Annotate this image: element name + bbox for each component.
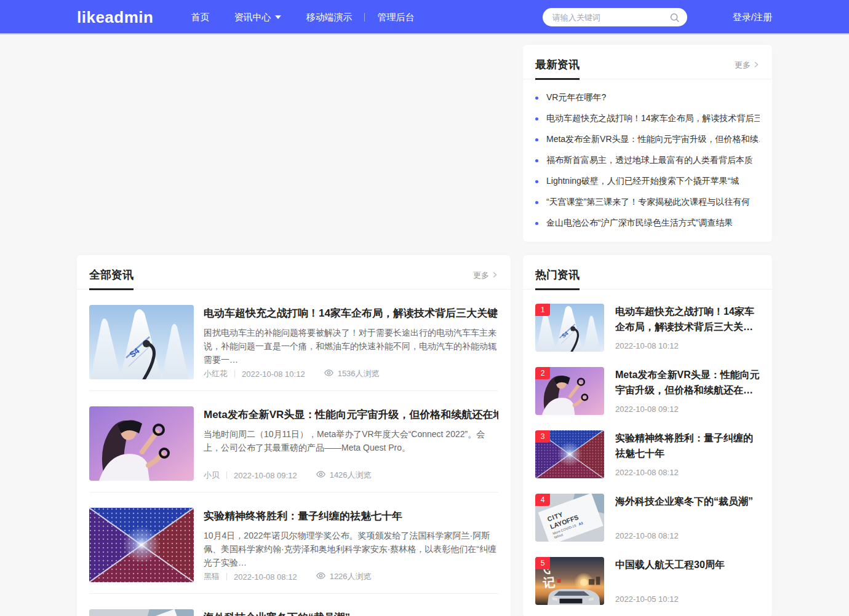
article-author: 小贝 — [204, 470, 220, 481]
hot-news-list: S4 1 电动车超快充之战打响！14家车企布局，解读技术背后三大关键点 2022… — [523, 304, 772, 616]
topbar-inner: likeadmin 首页 资讯中心 移动端演示 管理后台 登录/注册 — [77, 0, 772, 34]
bullet-dot-icon — [535, 159, 538, 162]
latest-news-more-link[interactable]: 更多 — [735, 60, 760, 71]
hot-news-thumbnail: 2 — [535, 367, 604, 415]
bullet-dot-icon — [535, 201, 538, 204]
top-navigation-bar: likeadmin 首页 资讯中心 移动端演示 管理后台 登录/注册 — [0, 0, 849, 34]
article-item[interactable]: Meta发布全新VR头显：性能向元宇宙升级，但价格和续航还在地球 当地时间周二（… — [89, 391, 498, 492]
rank-badge: 3 — [535, 430, 550, 443]
search-input[interactable] — [551, 12, 669, 23]
all-news-more-link[interactable]: 更多 — [473, 270, 498, 281]
hot-news-item-title: Meta发布全新VR头显：性能向元宇宙升级，但价格和续航还在地球 — [615, 367, 760, 398]
bullet-dot-icon — [535, 117, 538, 120]
meta-divider — [226, 573, 227, 580]
hot-news-panel-head: 热门资讯 — [523, 255, 772, 290]
article-views: 1536人浏览 — [324, 368, 380, 379]
more-label: 更多 — [473, 270, 489, 281]
latest-news-panel-head: 最新资讯 更多 — [523, 45, 772, 79]
bullet-dot-icon — [535, 138, 538, 141]
bullet-dot-icon — [535, 97, 538, 100]
article-summary: 当地时间周二（10月11日），Meta举办了VR年度大会“Connect 202… — [204, 427, 498, 454]
hot-news-item[interactable]: 2 Meta发布全新VR头显：性能向元宇宙升级，但价格和续航还在地球 2022-… — [535, 367, 760, 415]
article-body: 实验精神终将胜利：量子纠缠的祛魅七十年 10月4日，2022年诺贝尔物理学奖公布… — [204, 508, 498, 582]
nav-news-center[interactable]: 资讯中心 — [234, 12, 281, 23]
hot-news-body: Meta发布全新VR头显：性能向元宇宙升级，但价格和续航还在地球 2022-10… — [615, 367, 760, 415]
hot-news-thumbnail: 3 — [535, 430, 604, 478]
page-content: 全部资讯 更多 S4 电动车超快充之战打响！14家车企布局，解读技术背后三大关键… — [77, 34, 772, 616]
hot-news-item-title: 电动车超快充之战打响！14家车企布局，解读技术背后三大关键点 — [615, 304, 760, 334]
site-logo[interactable]: likeadmin — [77, 8, 153, 27]
hot-news-body: 海外科技企业寒冬下的“裁员潮” 2022-10-08 08:12 — [615, 494, 760, 542]
chevron-right-icon — [752, 61, 760, 70]
latest-news-item[interactable]: 金山电池公布“沪广深市民绿色生活方式”调查结果 — [535, 213, 760, 234]
article-body: 电动车超快充之战打响！14家车企布局，解读技术背后三大关键点 困扰电动车主的补能… — [204, 305, 498, 379]
latest-news-item[interactable]: “天宫课堂”第三课来了！专家揭秘此次课程与以往有何 — [535, 192, 760, 213]
views-eye-icon — [316, 470, 326, 480]
nav-mobile-demo[interactable]: 移动端演示 — [306, 12, 352, 23]
latest-news-list: VR元年在哪年? 电动车超快充之战打响！14家车企布局，解读技术背后三… Met… — [523, 79, 772, 234]
hot-news-body: 实验精神终将胜利：量子纠缠的祛魅七十年 2022-10-08 08:12 — [615, 430, 760, 478]
latest-news-item-text: 电动车超快充之战打响！14家车企布局，解读技术背后三… — [546, 113, 760, 124]
hot-news-item[interactable]: S4 1 电动车超快充之战打响！14家车企布局，解读技术背后三大关键点 2022… — [535, 304, 760, 352]
hot-news-title: 热门资讯 — [535, 267, 580, 290]
latest-news-item-text: “天宫课堂”第三课来了！专家揭秘此次课程与以往有何 — [546, 197, 750, 208]
article-body: Meta发布全新VR头显：性能向元宇宙升级，但价格和续航还在地球 当地时间周二（… — [204, 406, 498, 481]
views-count: 1226人浏览 — [330, 571, 372, 582]
article-item[interactable]: CITYLAYOFFSMore COVID-19falloutA3 海外科技企业… — [89, 594, 498, 616]
nav-admin-backend[interactable]: 管理后台 — [377, 12, 414, 23]
chevron-down-icon — [275, 15, 281, 19]
rank-badge: 2 — [535, 367, 550, 379]
login-register-link[interactable]: 登录/注册 — [733, 12, 772, 23]
svg-text:记: 记 — [542, 575, 556, 590]
topbar-right: 登录/注册 — [543, 8, 772, 26]
hot-news-item[interactable]: 飞记 5 中国载人航天工程30周年 2022-10-05 10:12 — [535, 557, 760, 605]
article-item[interactable]: S4 电动车超快充之战打响！14家车企布局，解读技术背后三大关键点 困扰电动车主… — [89, 290, 498, 391]
search-box[interactable] — [543, 8, 687, 26]
article-thumbnail — [89, 508, 194, 582]
article-date: 2022-10-08 08:12 — [234, 572, 297, 582]
main-column: 全部资讯 更多 S4 电动车超快充之战打响！14家车企布局，解读技术背后三大关键… — [77, 45, 511, 616]
layoffs-newspaper-image: CITYLAYOFFSMore COVID-19falloutA3 — [89, 609, 194, 616]
hot-news-thumbnail: 飞记 5 — [535, 557, 604, 605]
hot-news-item-title: 海外科技企业寒冬下的“裁员潮” — [615, 494, 760, 509]
chevron-right-icon — [491, 271, 498, 280]
all-news-panel-head: 全部资讯 更多 — [77, 255, 511, 290]
article-meta: 小红花 2022-10-08 10:12 1536人浏览 — [204, 368, 498, 379]
article-title: 海外科技企业寒冬下的“裁员潮” — [204, 610, 498, 616]
article-item[interactable]: 实验精神终将胜利：量子纠缠的祛魅七十年 10月4日，2022年诺贝尔物理学奖公布… — [89, 492, 498, 594]
latest-news-item[interactable]: 福布斯首富易主，透过地球上最富有的人类看背后本质 — [535, 150, 760, 171]
latest-news-item[interactable]: VR元年在哪年? — [535, 87, 760, 108]
meta-divider — [226, 472, 227, 479]
bullet-dot-icon — [535, 222, 538, 225]
hot-news-item-date: 2022-10-08 08:12 — [615, 531, 760, 542]
quantum-entanglement-image — [89, 508, 194, 582]
more-label: 更多 — [735, 60, 751, 71]
latest-news-item[interactable]: Meta发布全新VR头显：性能向元宇宙升级，但价格和续…还 — [535, 129, 760, 150]
article-date: 2022-10-08 10:12 — [242, 369, 305, 379]
search-icon[interactable] — [669, 12, 680, 23]
all-news-title: 全部资讯 — [89, 267, 134, 290]
latest-news-item-text: 金山电池公布“沪广深市民绿色生活方式”调查结果 — [546, 218, 733, 229]
hot-news-panel: 热门资讯 S4 1 电动车超快充之战打响！14家车企布局，解读技术背后三大关键点… — [523, 255, 772, 616]
article-date: 2022-10-08 09:12 — [234, 471, 297, 480]
views-count: 1536人浏览 — [338, 368, 380, 379]
article-title: 实验精神终将胜利：量子纠缠的祛魅七十年 — [204, 509, 498, 524]
vr-headset-image — [89, 406, 194, 481]
hot-news-item[interactable]: 3 实验精神终将胜利：量子纠缠的祛魅七十年 2022-10-08 08:12 — [535, 430, 760, 478]
hot-news-item[interactable]: CITYLAYOFFSMore COVID-19falloutA3 4 海外科技… — [535, 494, 760, 542]
hot-news-item-title: 中国载人航天工程30周年 — [615, 557, 760, 572]
latest-news-item[interactable]: 电动车超快充之战打响！14家车企布局，解读技术背后三… — [535, 108, 760, 129]
article-meta: 黑猫 2022-10-08 08:12 1226人浏览 — [204, 571, 498, 582]
nav-home[interactable]: 首页 — [191, 12, 209, 23]
article-meta: 小贝 2022-10-08 09:12 1426人浏览 — [204, 470, 498, 481]
article-views: 1226人浏览 — [316, 571, 372, 582]
hot-news-thumbnail: CITYLAYOFFSMore COVID-19falloutA3 4 — [535, 494, 604, 542]
article-thumbnail: S4 — [89, 305, 194, 379]
article-title: 电动车超快充之战打响！14家车企布局，解读技术背后三大关键点 — [204, 306, 498, 321]
article-thumbnail — [89, 406, 194, 481]
latest-news-panel: 最新资讯 更多 VR元年在哪年? 电动车超快充之战打响！14家车企布局，解读技术… — [523, 45, 772, 242]
latest-news-item[interactable]: Lightning破壁，人们已经开始搜索下个撬开苹果“城 — [535, 171, 760, 192]
article-title: Meta发布全新VR头显：性能向元宇宙升级，但价格和续航还在地球 — [204, 408, 498, 422]
ev-charging-image: S4 — [89, 305, 194, 379]
article-author: 黑猫 — [204, 571, 220, 582]
